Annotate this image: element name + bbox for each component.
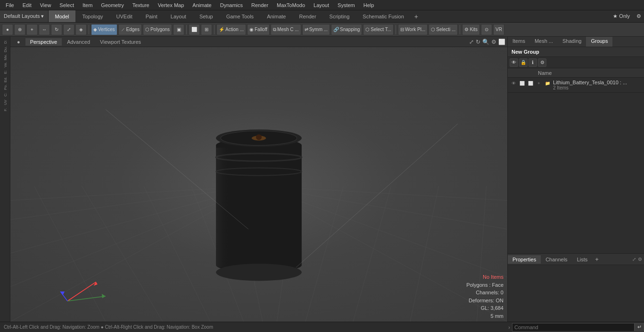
sidebar-icon-6[interactable]: Ed. <box>1 76 9 83</box>
svg-marker-24 <box>60 292 65 295</box>
pb-expand-icon[interactable]: ⤢ <box>632 257 636 262</box>
layout-tab-animate[interactable]: Animate <box>260 10 292 22</box>
command-input[interactable] <box>512 323 635 332</box>
layout-tab-setup[interactable]: Setup <box>193 10 220 22</box>
transform-btn[interactable]: ◈ <box>75 24 87 35</box>
layout-star[interactable]: ★ Only <box>609 12 634 21</box>
panel-tab-groups[interactable]: Groups <box>586 37 612 47</box>
panel-tab-items[interactable]: Items <box>508 37 530 47</box>
vp-tab-perspective[interactable]: Perspective <box>25 38 62 46</box>
vp-tab-advanced[interactable]: Advanced <box>62 38 95 46</box>
pb-gear-icon[interactable]: ⚙ <box>638 257 642 262</box>
panel-tab-shading[interactable]: Shading <box>558 37 586 47</box>
sidebar-icon-10[interactable]: F. <box>1 106 9 113</box>
layout-tab-game-tools[interactable]: Game Tools <box>220 10 261 22</box>
menu-animate[interactable]: Animate <box>189 1 215 9</box>
vertices-btn[interactable]: ◆ Vertices <box>91 24 117 35</box>
groups-info-btn[interactable]: ℹ <box>528 58 537 67</box>
layout-tab-topology[interactable]: Topology <box>75 10 109 22</box>
selecti-btn[interactable]: ⬡ Selecti ... <box>429 24 458 35</box>
kits-btn[interactable]: ⚙ Kits <box>462 24 480 35</box>
menu-help[interactable]: Help <box>360 1 378 9</box>
layout-tab-paint[interactable]: Paint <box>139 10 164 22</box>
menu-dynamics[interactable]: Dynamics <box>216 1 247 9</box>
sidebar-icon-1[interactable]: D: <box>1 39 9 45</box>
pb-tab-properties[interactable]: Properties <box>508 255 541 264</box>
pb-tab-add[interactable]: + <box>592 254 602 264</box>
sidebar-icon-2[interactable]: Du. <box>1 46 9 53</box>
pb-tab-channels[interactable]: Channels <box>541 255 572 264</box>
layout-gear-icon[interactable]: ⚙ <box>634 12 644 21</box>
edges-btn[interactable]: ⟋ Edges <box>118 24 142 35</box>
layout-tab-layout[interactable]: Layout <box>164 10 193 22</box>
select-mode-btn[interactable]: ▣ <box>173 24 184 35</box>
layout-tab-model[interactable]: Model <box>49 10 76 22</box>
menu-item[interactable]: Item <box>79 1 96 9</box>
layout-add-button[interactable]: + <box>411 11 422 22</box>
grid-btn[interactable]: ⊞ <box>201 24 212 35</box>
default-layouts-dropdown[interactable]: Default Layouts ▾ <box>0 10 49 22</box>
group-check-icon[interactable]: ⬜ <box>527 80 534 87</box>
menu-view[interactable]: View <box>36 1 55 9</box>
svg-line-16 <box>353 186 391 322</box>
menu-render[interactable]: Render <box>248 1 272 9</box>
layout-tab-scripting[interactable]: Scripting <box>323 10 356 22</box>
action-btn[interactable]: ⚡ Action ... <box>216 24 246 35</box>
vp-maximize-icon[interactable]: ⤢ <box>469 39 474 45</box>
menu-select[interactable]: Select <box>56 1 78 9</box>
status-units: 5 mm <box>466 312 504 320</box>
groups-lock-btn[interactable]: 🔒 <box>519 58 528 67</box>
sidebar-icon-8[interactable]: C: <box>1 91 9 98</box>
layout-tab-render[interactable]: Render <box>292 10 322 22</box>
menu-geometry[interactable]: Geometry <box>97 1 127 9</box>
vp-search-icon[interactable]: 🔍 <box>482 39 489 45</box>
snapping-btn[interactable]: 🔗 Snapping <box>331 24 362 35</box>
sidebar-icon-4[interactable]: Ve. <box>1 61 9 68</box>
menu-edit[interactable]: Edit <box>19 1 35 9</box>
polygons-btn[interactable]: ⬡ Polygons <box>143 24 172 35</box>
vr-btn[interactable]: VR <box>493 24 504 35</box>
vp-expand-icon[interactable]: ⬜ <box>498 39 505 45</box>
dot-btn[interactable]: ● <box>2 24 13 35</box>
menu-texture[interactable]: Texture <box>129 1 153 9</box>
square-btn[interactable]: ⬜ <box>189 24 200 35</box>
toolbar: ● ⊕ ⌖ ↔ ↻ ⤢ ◈ ◆ Vertices ⟋ Edges ⬡ Polyg… <box>0 23 644 37</box>
move-tool-btn[interactable]: ↔ <box>39 24 50 35</box>
group-lock-icon[interactable]: ⬜ <box>518 80 526 87</box>
sidebar-icon-7[interactable]: Po. <box>1 84 9 90</box>
menu-file[interactable]: File <box>2 1 18 9</box>
svg-rect-33 <box>216 148 230 267</box>
mesh-c-btn[interactable]: ⧉ Mesh C ... <box>271 24 301 35</box>
viewport-icon-btn[interactable]: ⊙ <box>481 24 492 35</box>
new-group-label[interactable]: New Group <box>512 49 539 55</box>
menu-system[interactable]: System <box>334 1 359 9</box>
symmetry-btn[interactable]: ⇌ Symm ... <box>302 24 330 35</box>
sidebar-icon-9[interactable]: UV <box>1 99 9 105</box>
command-submit-btn[interactable]: ↵ <box>635 323 644 332</box>
vp-tab-viewport-textures[interactable]: Viewport Textures <box>95 38 146 46</box>
scale-tool-btn[interactable]: ⤢ <box>63 24 74 35</box>
layout-tab-uvedit[interactable]: UVEdit <box>110 10 139 22</box>
group-list-item[interactable]: 👁 ⬜ ⬜ + 📁 Lithium_Battery_Tesla_0010 : .… <box>508 78 644 93</box>
vp-settings-icon[interactable]: ⚙ <box>491 39 496 45</box>
crosshair-btn[interactable]: ⊕ <box>14 24 25 35</box>
select-t-btn[interactable]: ⬡ Select T... <box>363 24 394 35</box>
rotate-tool-btn[interactable]: ↻ <box>51 24 62 35</box>
pb-tab-lists[interactable]: Lists <box>572 255 593 264</box>
cursor-btn[interactable]: ⌖ <box>26 24 38 35</box>
menu-vertex-map[interactable]: Vertex Map <box>154 1 188 9</box>
sidebar-icon-3[interactable]: Me. <box>1 54 9 60</box>
panel-tab-mesh[interactable]: Mesh ... <box>530 37 558 47</box>
menu-layout[interactable]: Layout <box>310 1 333 9</box>
menu-maxtomodo[interactable]: MaxToModo <box>273 1 309 9</box>
falloff-btn[interactable]: ◉ Falloff <box>247 24 270 35</box>
groups-settings-btn[interactable]: ⚙ <box>538 58 546 67</box>
work-plane-btn[interactable]: ⊟ Work Pl... <box>398 24 428 35</box>
group-eye-icon[interactable]: 👁 <box>510 80 517 87</box>
vp-refresh-icon[interactable]: ↻ <box>476 39 480 45</box>
groups-eye-btn[interactable]: 👁 <box>510 58 518 67</box>
viewport-canvas[interactable]: No Items Polygons : Face Channels: 0 Def… <box>10 47 507 322</box>
group-plus-icon[interactable]: + <box>535 80 543 87</box>
layout-tab-schematic-fusion[interactable]: Schematic Fusion <box>356 10 410 22</box>
sidebar-icon-5[interactable]: E: <box>1 69 9 75</box>
